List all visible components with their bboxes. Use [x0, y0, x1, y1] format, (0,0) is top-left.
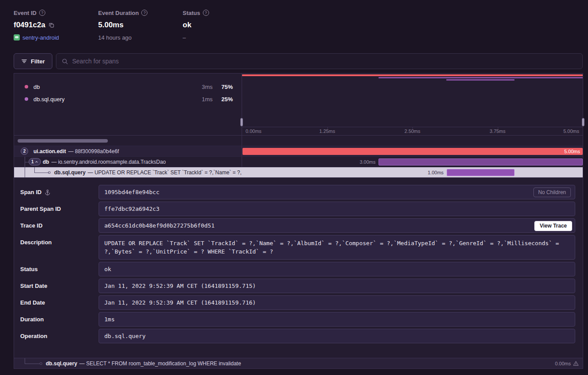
anchor-icon[interactable]	[44, 189, 51, 195]
span-duration-bar[interactable]	[447, 169, 515, 176]
detail-label-text: Start Date	[20, 283, 47, 289]
span-duration-bar[interactable]	[379, 158, 583, 165]
tree-guide-line	[25, 167, 25, 177]
minimap-handle-right[interactable]	[582, 118, 584, 126]
filter-button[interactable]: Filter	[14, 53, 52, 69]
event-duration-block: Event Duration ? 5.00ms 14 hours ago	[98, 9, 183, 46]
detail-label: Start Date	[20, 283, 99, 289]
span-row-bar-cell: 5.00ms	[243, 146, 583, 156]
operation-value: db.sql.query	[99, 329, 575, 343]
span-op: db.sql.query	[46, 360, 77, 367]
status-text: ok	[104, 266, 111, 272]
project-link[interactable]: sentry-android	[22, 34, 59, 41]
scrollbar-spacer	[242, 136, 583, 146]
span-row-db-sql-query-selected[interactable]: db.sql.query— UPDATE OR REPLACE `Track` …	[14, 167, 583, 177]
help-icon[interactable]: ?	[39, 10, 45, 16]
span-duration-label: 1.00ms	[428, 169, 444, 176]
minimap-canvas[interactable]	[242, 74, 583, 127]
parent-span-id-value: ffe7dbc92a6942c3	[99, 202, 575, 216]
span-children-toggle[interactable]: 2	[21, 147, 28, 155]
event-status-sub: –	[183, 34, 186, 41]
duration-text: 1ms	[104, 316, 114, 323]
tree-leaf-dot	[48, 171, 51, 174]
end-date-value: Jan 11, 2022 9:52:39 AM CET (1641891159.…	[99, 295, 575, 310]
detail-row-end-date: End Date Jan 11, 2022 9:52:39 AM CET (16…	[20, 295, 575, 310]
duration-value: 1ms	[99, 312, 575, 327]
breakdown-row-db-sql-query[interactable]: db.sql.query 1ms 25%	[25, 93, 233, 105]
detail-label-text: Duration	[20, 316, 44, 323]
no-children-badge: No Children	[533, 188, 571, 197]
tree-guide-line	[25, 358, 25, 364]
detail-label-text: Description	[20, 239, 52, 246]
axis-label: 0.00ms	[246, 129, 261, 134]
span-duration-cell: 0.00ms	[555, 358, 583, 368]
start-date-value: Jan 11, 2022 9:52:39 AM CET (1641891159.…	[99, 279, 575, 293]
detail-label: Operation	[20, 333, 99, 339]
span-row-db-sql-query-select[interactable]: db.sql.query— SELECT * FROM room_table_m…	[14, 358, 583, 368]
op-duration: 1ms	[190, 96, 213, 103]
axis-label: 5.00ms	[563, 129, 579, 134]
op-name: db.sql.query	[33, 96, 65, 103]
horizontal-scrollbar-thumb[interactable]	[18, 139, 108, 143]
breakdown-row-db[interactable]: db 3ms 75%	[25, 81, 233, 93]
event-header: Event ID ? f0491c2a sentry-android Event…	[14, 9, 574, 46]
search-input[interactable]	[72, 58, 577, 65]
trace-minimap: 0.00ms 1.25ms 2.50ms 3.75ms 5.00ms	[242, 74, 583, 135]
span-description: — io.sentry.android.roomsample.data.Trac…	[51, 159, 166, 165]
op-duration: 3ms	[190, 84, 213, 90]
chevron-up-icon	[35, 160, 38, 164]
detail-row-trace-id: Trace ID a654cc61dc0b48ef9d0b27275b6f0d5…	[20, 218, 575, 233]
children-count: 1	[31, 159, 34, 164]
tree-leaf-dot	[40, 362, 42, 365]
scrollbar-row	[14, 135, 583, 146]
span-row-ui-action-edit[interactable]: 2 ui.action.edit— 88f300998a0b4e6f 5.00m…	[14, 146, 583, 156]
span-children-toggle[interactable]: 1	[29, 158, 41, 165]
minimap-span	[242, 74, 583, 76]
span-row-label-cell: db.sql.query— UPDATE OR REPLACE `Track` …	[14, 167, 242, 177]
detail-label-text: End Date	[20, 299, 45, 306]
tree-guide-line	[25, 364, 40, 364]
event-status-label: Status	[183, 10, 200, 16]
help-icon[interactable]: ?	[203, 10, 209, 16]
detail-label-text: Operation	[20, 333, 47, 339]
event-id-block: Event ID ? f0491c2a sentry-android	[14, 9, 98, 46]
warning-icon	[573, 360, 579, 366]
scrollbar-track[interactable]	[14, 136, 242, 146]
op-color-dot	[25, 85, 28, 88]
span-row-bar-cell: 3.00ms	[243, 157, 583, 167]
span-title: ui.action.edit— 88f300998a0b4e6f	[33, 146, 119, 156]
event-age: 14 hours ago	[98, 34, 132, 41]
detail-label: Description	[20, 235, 99, 246]
minimap-handle-left[interactable]	[240, 118, 243, 126]
span-title: db.sql.query— UPDATE OR REPLACE `Track` …	[54, 167, 242, 177]
span-op: db.sql.query	[54, 169, 85, 176]
axis-label: 3.75ms	[489, 129, 505, 134]
view-trace-button[interactable]: View Trace	[534, 221, 572, 231]
span-row-db[interactable]: 1 db— io.sentry.android.roomsample.data.…	[14, 156, 583, 167]
span-toolbar: Filter	[14, 53, 583, 69]
parent-span-id-text: ffe7dbc92a6942c3	[104, 206, 159, 212]
trace-id-value: a654cc61dc0b48ef9d0b27275b6f0d51 View Tr…	[99, 218, 575, 233]
span-op: ui.action.edit	[33, 148, 66, 154]
detail-label: End Date	[20, 299, 99, 306]
copy-icon[interactable]	[48, 22, 55, 28]
detail-label-text: Parent Span ID	[20, 206, 61, 212]
help-icon[interactable]: ?	[141, 10, 147, 16]
detail-row-status: Status ok	[20, 262, 575, 276]
detail-row-description: Description UPDATE OR REPLACE `Track` SE…	[20, 235, 575, 260]
operation-breakdown: db 3ms 75% db.sql.query 1ms 25%	[14, 74, 242, 135]
span-duration-bar[interactable]: 5.00ms	[243, 148, 583, 155]
detail-label: Status	[20, 266, 99, 272]
detail-row-duration: Duration 1ms	[20, 312, 575, 327]
span-description: — UPDATE OR REPLACE `Track` SET `TrackId…	[88, 169, 242, 176]
event-status-value: ok	[183, 21, 191, 29]
axis-label: 1.25ms	[319, 129, 335, 134]
minimap-section: db 3ms 75% db.sql.query 1ms 25%	[14, 74, 583, 135]
detail-label-text: Trace ID	[20, 222, 43, 229]
detail-label: Trace ID	[20, 222, 99, 229]
span-title: db— io.sentry.android.roomsample.data.Tr…	[43, 157, 166, 167]
span-duration-label: 5.00ms	[564, 149, 583, 154]
detail-label-text: Status	[20, 266, 38, 272]
span-id-text: 1095bd4ef8e94bcc	[104, 189, 159, 195]
end-date-text: Jan 11, 2022 9:52:39 AM CET (1641891159.…	[104, 299, 256, 306]
